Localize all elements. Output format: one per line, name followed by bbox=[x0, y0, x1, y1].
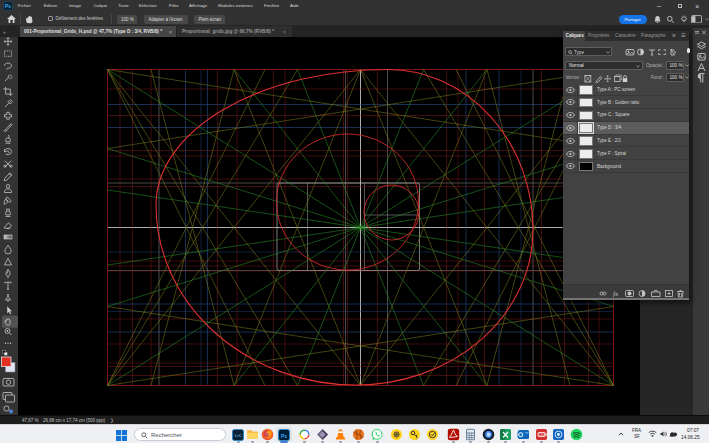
svg-text:fx: fx bbox=[613, 290, 619, 298]
svg-text:CLUB: CLUB bbox=[538, 433, 547, 437]
